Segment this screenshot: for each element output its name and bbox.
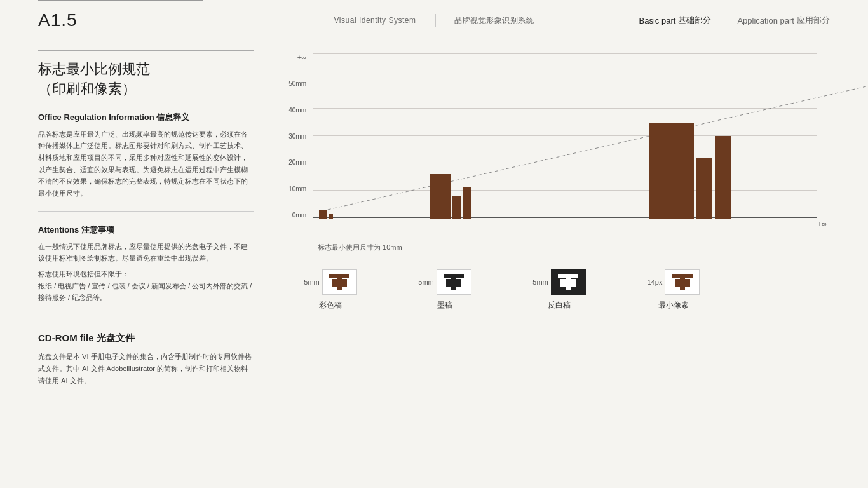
logo-ink (444, 274, 464, 290)
header-divider (435, 14, 435, 27)
bar (463, 187, 471, 219)
top-divider (38, 50, 254, 51)
cdrom-section: CD-ROM file 光盘文件 光盘文件是本 VI 手册电子文件的集合，内含手… (38, 323, 254, 386)
sample-color: 5mm 彩色稿 (273, 269, 388, 311)
section2-text3: 报纸 / 电视广告 / 宣传 / 包装 / 会议 / 新闻发布会 / 公司内外部… (38, 280, 254, 304)
bar (649, 123, 694, 219)
section2: Attentions 注意事项 在一般情况下使用品牌标志，应尽量使用提供的光盘电… (38, 224, 254, 304)
page-container: A1.5 Visual Identity System 品牌视觉形象识别系统 B… (0, 0, 868, 488)
basic-part-cn: 基础部分 (678, 15, 711, 26)
bar (329, 214, 333, 219)
sample-size-4: 14px (648, 278, 663, 286)
sample-box-color (322, 269, 357, 295)
sample-row-4: 14px (648, 269, 700, 295)
growth-curve (313, 53, 817, 219)
svg-line-0 (322, 85, 868, 211)
svg-rect-16 (685, 279, 690, 287)
sample-ink: 5mm 墨稿 (388, 269, 502, 311)
sample-size-2: 5mm (418, 278, 433, 286)
cdrom-text: 光盘文件是本 VI 手册电子文件的集合，内含手册制作时的专用软件格式文件。其中 … (38, 351, 254, 386)
sample-pixel: 14px 最小像素 (616, 269, 731, 311)
logo-color (329, 274, 349, 290)
top-header: A1.5 Visual Identity System 品牌视觉形象识别系统 B… (0, 0, 868, 37)
section1: Office Regulation Information 信息释义 品牌标志是… (38, 112, 254, 200)
svg-rect-12 (571, 279, 576, 287)
svg-rect-6 (451, 278, 456, 290)
header-center: Visual Identity System 品牌视觉形象识别系统 (334, 14, 534, 27)
header-right-divider (724, 15, 724, 26)
section2-heading: Attentions 注意事项 (38, 224, 254, 236)
bar (715, 136, 731, 219)
x-infinity: +∞ (818, 220, 827, 227)
y-label-40: 40mm (288, 107, 306, 114)
svg-rect-15 (675, 279, 680, 287)
y-label-50: 50mm (288, 80, 306, 87)
bar (430, 174, 451, 219)
section-divider (38, 211, 254, 212)
svg-rect-2 (337, 278, 342, 290)
right-panel: +∞ 50mm 40mm 30mm 20mm 10mm 0mm (273, 37, 830, 386)
sample-label-1: 彩色稿 (319, 300, 342, 311)
app-part-en: Application part (737, 16, 794, 25)
cdrom-divider (38, 323, 254, 323)
app-part-cn: 应用部分 (797, 15, 830, 26)
header-left: A1.5 (38, 11, 78, 29)
y-label-10: 10mm (288, 186, 306, 193)
page-title: 标志最小比例规范 （印刷和像素） (38, 60, 254, 99)
logo-pixel (672, 274, 693, 290)
chart-plot: +∞ (313, 53, 817, 219)
svg-rect-5 (444, 274, 464, 278)
sample-label-2: 墨稿 (437, 300, 452, 311)
bar-group-3 (649, 123, 731, 219)
header-right: Basic part 基础部分 Application part 应用部分 (639, 15, 830, 26)
svg-rect-13 (672, 274, 693, 278)
bar (696, 158, 712, 219)
sample-box-reverse (551, 269, 586, 295)
sample-reverse: 5mm 反白稿 (502, 269, 616, 311)
section1-heading: Office Regulation Information 信息释义 (38, 112, 254, 123)
sample-label-3: 反白稿 (548, 300, 571, 311)
sample-box-ink (437, 269, 471, 295)
logo-reverse (558, 274, 578, 290)
y-label-20: 20mm (288, 159, 306, 166)
main-content: 标志最小比例规范 （印刷和像素） Office Regulation Infor… (0, 37, 868, 386)
svg-rect-9 (558, 274, 578, 278)
sample-size-3: 5mm (532, 278, 548, 286)
sample-box-pixel (665, 269, 700, 295)
svg-rect-4 (342, 279, 347, 287)
sample-row-2: 5mm (418, 269, 471, 295)
svg-rect-10 (566, 278, 571, 290)
section1-text: 品牌标志是应用最为广泛、出现频率最高的规范传达要素，必须在各种传播媒体上广泛使用… (38, 128, 254, 200)
y-label-30: 30mm (288, 133, 306, 140)
sample-row-3: 5mm (532, 269, 585, 295)
sample-label-4: 最小像素 (658, 300, 689, 311)
chart-caption: 标志最小使用尺寸为 10mm (318, 243, 830, 252)
cdrom-heading: CD-ROM file 光盘文件 (38, 332, 254, 344)
bar-group-1 (319, 210, 333, 219)
svg-rect-11 (560, 279, 566, 287)
left-panel: 标志最小比例规范 （印刷和像素） Office Regulation Infor… (38, 37, 254, 386)
samples-section: 5mm 彩色稿 (273, 269, 830, 311)
section2-text1: 在一般情况下使用品牌标志，应尽量使用提供的光盘电子文件，不建议使用标准制图绘制标… (38, 241, 254, 264)
svg-rect-14 (680, 278, 685, 290)
y-label-0: 0mm (292, 212, 306, 219)
y-label-inf: +∞ (297, 53, 306, 61)
svg-rect-8 (456, 279, 461, 287)
sample-row-1: 5mm (304, 269, 356, 295)
bar (319, 210, 327, 219)
svg-rect-3 (332, 279, 337, 287)
bar (452, 196, 461, 219)
sample-size-1: 5mm (304, 278, 319, 286)
svg-rect-7 (446, 279, 451, 287)
chart-section: +∞ 50mm 40mm 30mm 20mm 10mm 0mm (273, 50, 830, 254)
brand-label: 品牌视觉形象识别系统 (454, 15, 534, 26)
basic-part-en: Basic part (639, 16, 676, 25)
bar-group-2 (430, 174, 471, 219)
page-number: A1.5 (38, 11, 78, 29)
section2-text2: 标志使用环境包括但不限于： (38, 268, 254, 280)
vis-system-label: Visual Identity System (334, 16, 416, 25)
svg-rect-1 (329, 274, 349, 278)
